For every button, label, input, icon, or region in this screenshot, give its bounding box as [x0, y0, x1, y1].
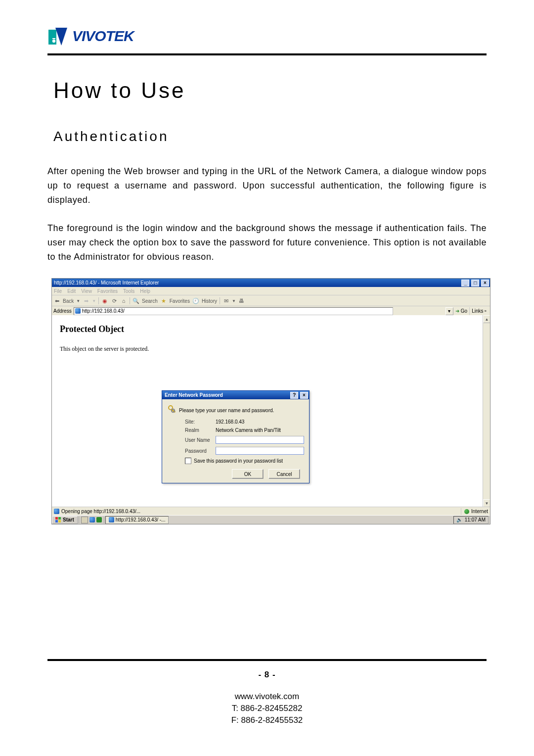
address-value: http://192.168.0.43/ — [82, 308, 125, 314]
svg-marker-1 — [55, 28, 67, 46]
menu-tools[interactable]: Tools — [123, 288, 134, 294]
quick-launch — [79, 517, 104, 523]
toolbar-separator — [130, 297, 130, 304]
home-icon[interactable]: ⌂ — [120, 297, 127, 304]
links-chevron-icon: » — [485, 309, 487, 313]
paragraph-1: After opening the Web browser and typing… — [47, 164, 487, 207]
scroll-down-icon[interactable]: ▼ — [483, 499, 490, 507]
browser-toolbar: ⬅ Back ▼ ➡ ▼ ◉ ⟳ ⌂ 🔍 Search ★ Favorites … — [52, 295, 490, 306]
password-input[interactable] — [216, 447, 304, 455]
volume-icon[interactable]: 🔈 — [456, 517, 462, 522]
svg-rect-11 — [58, 520, 61, 522]
go-button[interactable]: ➜ Go — [455, 308, 467, 314]
forward-icon[interactable]: ➡ — [83, 297, 89, 304]
site-value: 192.168.0.43 — [216, 419, 304, 425]
browser-addressbar: Address http://192.168.0.43/ ▾ ➜ Go Link… — [52, 306, 490, 316]
back-button[interactable]: Back — [63, 298, 74, 304]
brand-wordmark: VIVOTEK — [72, 26, 165, 46]
vertical-scrollbar[interactable]: ▲ ▼ — [483, 315, 490, 507]
svg-rect-8 — [55, 517, 58, 520]
forward-dropdown-icon[interactable]: ▼ — [92, 299, 96, 303]
dialog-close-icon[interactable]: × — [300, 392, 308, 399]
address-dropdown-icon[interactable]: ▾ — [445, 307, 453, 315]
brand-mark-icon — [47, 26, 69, 47]
start-button[interactable]: Start — [52, 516, 78, 524]
maximize-icon[interactable]: □ — [471, 280, 479, 286]
protected-object-heading: Protected Object — [60, 324, 490, 334]
svg-point-2 — [52, 40, 55, 43]
stop-icon[interactable]: ◉ — [101, 297, 108, 304]
show-desktop-icon[interactable] — [81, 517, 88, 523]
save-password-row: Save this password in your password list — [167, 458, 304, 464]
minimize-icon[interactable]: _ — [461, 280, 469, 286]
footer-fax: F: 886-2-82455532 — [47, 714, 487, 726]
ie-quicklaunch-icon[interactable] — [89, 517, 95, 522]
page-title: How to Use — [53, 78, 487, 103]
clock: 11:07 AM — [465, 517, 486, 522]
zone-label: Internet — [471, 509, 488, 514]
footer-tel: T: 886-2-82455282 — [47, 703, 487, 714]
favorites-button[interactable]: Favorites — [170, 298, 190, 304]
menu-edit[interactable]: Edit — [67, 288, 76, 294]
realm-label: Realm — [167, 427, 216, 433]
links-label: Links — [472, 308, 483, 314]
menu-file[interactable]: File — [54, 288, 62, 294]
password-label: Password — [167, 448, 216, 454]
section-heading: Authentication — [53, 129, 487, 144]
go-icon: ➜ — [455, 308, 459, 314]
save-password-label: Save this password in your password list — [194, 458, 283, 464]
cancel-label: Cancel — [276, 472, 292, 477]
menu-view[interactable]: View — [81, 288, 92, 294]
header-divider — [47, 53, 487, 55]
status-text: Opening page http://192.168.0.43/... — [61, 509, 140, 514]
footer-divider — [47, 659, 487, 661]
scroll-up-icon[interactable]: ▲ — [483, 315, 490, 323]
taskbar-task[interactable]: http://192.168.0.43/ -... — [105, 516, 169, 524]
task-label: http://192.168.0.43/ -... — [116, 517, 166, 522]
embedded-screenshot: http://192.168.0.43/ - Microsoft Interne… — [51, 278, 490, 524]
internet-zone-icon — [464, 509, 469, 514]
ie-page-icon — [75, 308, 81, 314]
svg-rect-10 — [55, 520, 58, 522]
document-page: VIVOTEK How to Use Authentication After … — [0, 0, 534, 756]
back-icon[interactable]: ⬅ — [53, 297, 60, 304]
print-icon[interactable]: 🖶 — [238, 297, 245, 304]
menu-help[interactable]: Help — [140, 288, 150, 294]
windows-taskbar: Start http://192.168.0.43/ -... 🔈 11:07 … — [52, 515, 490, 524]
dialog-window-controls: ? × — [290, 392, 308, 399]
history-icon[interactable]: 🕘 — [192, 297, 199, 304]
system-tray: 🔈 11:07 AM — [453, 516, 489, 524]
save-password-checkbox[interactable] — [185, 458, 191, 464]
username-label: User Name — [167, 437, 216, 443]
history-button[interactable]: History — [202, 298, 217, 304]
search-icon[interactable]: 🔍 — [133, 297, 139, 304]
footer-contact: www.vivotek.com T: 886-2-82455282 F: 886… — [47, 691, 487, 726]
refresh-icon[interactable]: ⟳ — [111, 297, 118, 304]
browser-title-text: http://192.168.0.43/ - Microsoft Interne… — [54, 280, 159, 285]
cancel-button[interactable]: Cancel — [268, 469, 300, 479]
keys-icon — [167, 404, 179, 416]
mail-icon[interactable]: ✉ — [222, 297, 229, 304]
footer-url: www.vivotek.com — [47, 691, 487, 703]
dialog-help-icon[interactable]: ? — [290, 392, 298, 399]
address-input[interactable]: http://192.168.0.43/ — [74, 307, 393, 315]
address-label: Address — [53, 308, 72, 314]
menu-favorites[interactable]: Favorites — [97, 288, 118, 294]
back-dropdown-icon[interactable]: ▼ — [76, 299, 80, 303]
outlook-quicklaunch-icon[interactable] — [96, 517, 102, 522]
window-controls: _ □ × — [461, 280, 489, 286]
ie-task-icon — [109, 517, 114, 522]
dialog-body: Please type your user name and password.… — [162, 399, 309, 479]
ok-button[interactable]: OK — [232, 469, 264, 479]
links-button[interactable]: Links » — [469, 307, 489, 315]
username-input[interactable] — [216, 436, 304, 444]
page-number: - 8 - — [47, 670, 487, 680]
favorites-icon[interactable]: ★ — [160, 297, 167, 304]
toolbar-separator — [98, 297, 99, 304]
search-button[interactable]: Search — [142, 298, 158, 304]
start-label: Start — [63, 517, 74, 522]
brand-logo: VIVOTEK — [47, 26, 487, 47]
windows-logo-icon — [55, 517, 61, 523]
mail-dropdown-icon[interactable]: ▼ — [232, 299, 236, 303]
close-icon[interactable]: × — [481, 280, 489, 286]
